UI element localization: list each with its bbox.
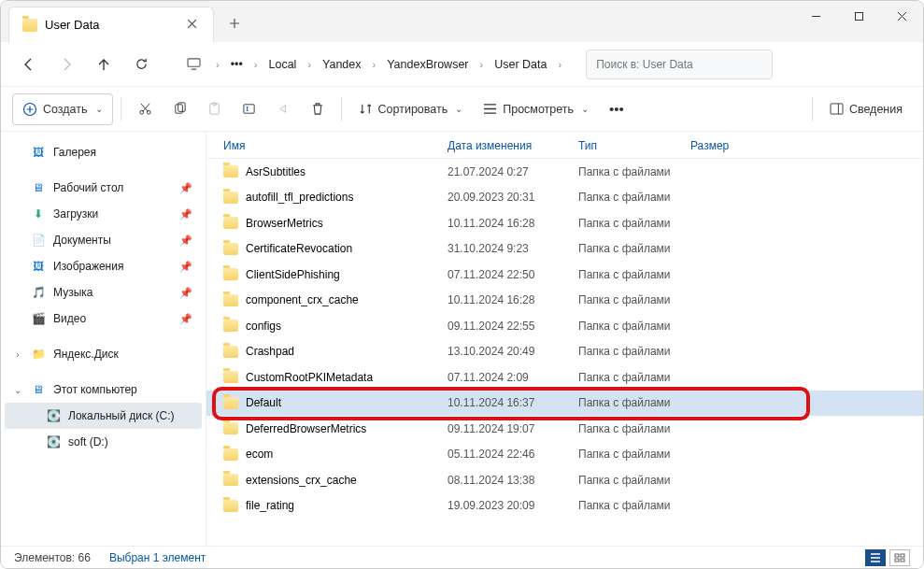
table-row[interactable]: AsrSubtitles 21.07.2024 0:27 Папка с фай… — [206, 159, 923, 185]
delete-button[interactable] — [302, 93, 334, 125]
back-button[interactable] — [12, 48, 46, 81]
view-button[interactable]: Просмотреть ⌄ — [474, 93, 598, 125]
file-type: Папка с файлами — [578, 396, 690, 409]
file-name-cell: autofill_tfl_predictions — [223, 191, 448, 204]
sidebar-pictures[interactable]: 🖼Изображения📌 — [5, 253, 202, 279]
table-row[interactable]: Crashpad 13.10.2024 20:49 Папка с файлам… — [206, 339, 923, 365]
sort-label: Сортировать — [378, 103, 448, 116]
sidebar-thispc[interactable]: ⌄🖥Этот компьютер — [5, 377, 202, 403]
cut-button[interactable] — [129, 93, 162, 125]
sort-button[interactable]: Сортировать ⌄ — [349, 93, 473, 125]
table-row[interactable]: ClientSidePhishing 07.11.2024 22:50 Папк… — [206, 262, 923, 288]
file-type: Папка с файлами — [578, 293, 690, 306]
file-type: Папка с файлами — [578, 217, 690, 230]
table-row[interactable]: DeferredBrowserMetrics 09.11.2024 19:07 … — [206, 416, 923, 442]
crumb-item[interactable]: Local — [263, 54, 302, 75]
drive-icon: 💽 — [46, 408, 61, 423]
paste-button[interactable] — [198, 93, 231, 125]
share-button[interactable] — [267, 93, 300, 125]
chevron-right-icon[interactable]: › — [12, 349, 23, 360]
details-view-toggle[interactable] — [865, 549, 886, 566]
yandexdisk-icon: 📁 — [31, 347, 46, 362]
close-tab-icon[interactable] — [187, 19, 200, 32]
pin-icon: 📌 — [179, 208, 192, 220]
table-row[interactable]: ecom 05.11.2024 22:46 Папка с файлами — [206, 442, 923, 468]
col-date[interactable]: Дата изменения — [448, 139, 578, 152]
sidebar-documents[interactable]: 📄Документы📌 — [5, 227, 202, 253]
new-tab-button[interactable] — [218, 7, 251, 40]
chevron-right-icon: › — [371, 59, 378, 70]
icons-view-toggle[interactable] — [889, 549, 910, 566]
chevron-down-icon[interactable]: ⌄ — [12, 385, 23, 395]
forward-button[interactable] — [50, 48, 83, 81]
sidebar-label: Изображения — [53, 260, 123, 273]
sidebar-label: soft (D:) — [68, 435, 108, 448]
sidebar-label: Музыка — [53, 286, 92, 299]
sidebar-videos[interactable]: 🎬Видео📌 — [5, 306, 202, 332]
maximize-button[interactable] — [837, 1, 880, 31]
minimize-button[interactable] — [794, 1, 837, 31]
crumb-item[interactable]: YandexBrowser — [381, 54, 474, 75]
table-row[interactable]: Default 10.11.2024 16:37 Папка с файлами — [206, 391, 923, 417]
file-type: Папка с файлами — [578, 499, 690, 512]
file-type: Папка с файлами — [578, 191, 690, 204]
folder-icon — [223, 268, 238, 280]
new-button[interactable]: Создать ⌄ — [12, 93, 113, 125]
col-size[interactable]: Размер — [690, 139, 765, 152]
folder-icon — [223, 500, 238, 512]
table-row[interactable]: CustomRootPKIMetadata 07.11.2024 2:09 Па… — [206, 364, 923, 391]
crumb-item[interactable]: User Data — [489, 54, 552, 75]
file-list[interactable]: AsrSubtitles 21.07.2024 0:27 Папка с фай… — [206, 159, 923, 545]
file-date: 09.11.2024 22:55 — [448, 320, 578, 333]
refresh-button[interactable] — [124, 48, 158, 81]
details-button[interactable]: Сведения — [820, 93, 912, 125]
rename-button[interactable] — [233, 93, 265, 125]
more-button[interactable]: ••• — [600, 93, 633, 125]
crumb-item[interactable]: Yandex — [317, 54, 366, 75]
file-name: file_rating — [246, 499, 294, 512]
sidebar-gallery[interactable]: 🖼Галерея — [5, 139, 202, 165]
crumb-ellipsis[interactable]: ••• — [225, 54, 249, 75]
file-name-cell: file_rating — [223, 499, 448, 512]
col-type[interactable]: Тип — [578, 139, 690, 152]
up-button[interactable] — [87, 48, 121, 81]
view-label: Просмотреть — [503, 103, 574, 116]
active-tab[interactable]: User Data — [8, 7, 214, 42]
table-row[interactable]: autofill_tfl_predictions 20.09.2023 20:3… — [206, 185, 923, 211]
table-row[interactable]: extensions_crx_cache 08.11.2024 13:38 Па… — [206, 467, 923, 493]
sidebar-music[interactable]: 🎵Музыка📌 — [5, 279, 202, 306]
svg-rect-12 — [901, 554, 904, 557]
pin-icon: 📌 — [179, 287, 192, 299]
table-row[interactable]: file_rating 19.09.2023 20:09 Папка с фай… — [206, 493, 923, 519]
column-headers: Имя Дата изменения Тип Размер — [206, 132, 923, 159]
tab-title: User Data — [45, 18, 179, 32]
sidebar-yandexdisk[interactable]: ›📁Яндекс.Диск — [5, 341, 202, 367]
copy-button[interactable] — [163, 93, 196, 125]
sidebar-downloads[interactable]: ⬇Загрузки📌 — [5, 201, 202, 227]
table-row[interactable]: BrowserMetrics 10.11.2024 16:28 Папка с … — [206, 210, 923, 236]
table-row[interactable]: CertificateRevocation 31.10.2024 9:23 Па… — [206, 236, 923, 263]
file-date: 08.11.2024 13:38 — [448, 474, 578, 487]
folder-icon — [223, 346, 238, 358]
close-button[interactable] — [880, 1, 923, 31]
sidebar-localdisk[interactable]: 💽Локальный диск (C:) — [5, 403, 202, 429]
file-date: 10.11.2024 16:28 — [448, 293, 578, 306]
window-controls — [794, 1, 923, 31]
file-name: DeferredBrowserMetrics — [246, 422, 366, 435]
file-name: component_crx_cache — [246, 293, 359, 306]
sidebar-soft[interactable]: 💽soft (D:) — [5, 429, 202, 455]
main: 🖼Галерея 🖥Рабочий стол📌 ⬇Загрузки📌 📄Доку… — [1, 132, 923, 546]
sidebar: 🖼Галерея 🖥Рабочий стол📌 ⬇Загрузки📌 📄Доку… — [1, 132, 206, 546]
table-row[interactable]: configs 09.11.2024 22:55 Папка с файлами — [206, 313, 923, 339]
sidebar-desktop[interactable]: 🖥Рабочий стол📌 — [5, 175, 202, 201]
chevron-right-icon: › — [252, 59, 260, 70]
folder-icon — [223, 243, 238, 255]
file-type: Папка с файлами — [578, 422, 690, 435]
search-input[interactable]: Поиск в: User Data — [586, 50, 773, 79]
table-row[interactable]: component_crx_cache 10.11.2024 16:28 Пап… — [206, 288, 923, 314]
chevron-right-icon: › — [306, 59, 313, 70]
thispc-icon[interactable] — [177, 48, 210, 81]
svg-rect-0 — [855, 12, 862, 20]
file-name-cell: component_crx_cache — [223, 293, 448, 306]
col-name[interactable]: Имя — [223, 139, 448, 152]
